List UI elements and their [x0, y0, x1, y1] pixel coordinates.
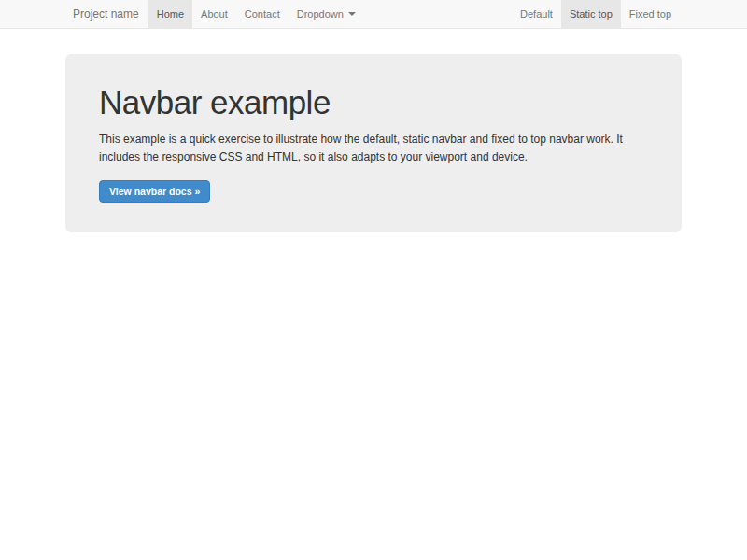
navbar: Project name Home About Contact Dropdown…: [0, 0, 747, 29]
navbar-left-nav: Home About Contact Dropdown: [148, 0, 364, 28]
nav-item-home-label: Home: [157, 8, 184, 20]
nav-item-static-top[interactable]: Static top: [561, 0, 621, 28]
nav-item-fixed-top-label: Fixed top: [629, 8, 671, 20]
navbar-right-nav: Default Static top Fixed top: [512, 0, 680, 28]
jumbotron-description: This example is a quick exercise to illu…: [99, 131, 648, 167]
view-navbar-docs-button[interactable]: View navbar docs »: [99, 180, 210, 203]
page-title: Navbar example: [99, 84, 648, 121]
nav-item-default-label: Default: [520, 8, 553, 20]
navbar-brand[interactable]: Project name: [73, 7, 139, 21]
nav-item-default[interactable]: Default: [512, 0, 561, 28]
caret-down-icon: [348, 12, 356, 16]
nav-item-contact[interactable]: Contact: [236, 0, 289, 28]
nav-item-home[interactable]: Home: [148, 0, 192, 28]
nav-item-dropdown[interactable]: Dropdown: [289, 0, 364, 28]
nav-item-about[interactable]: About: [192, 0, 236, 28]
navbar-inner: Project name Home About Contact Dropdown…: [0, 0, 747, 28]
nav-item-contact-label: Contact: [245, 8, 280, 20]
jumbotron: Navbar example This example is a quick e…: [65, 54, 682, 232]
nav-item-fixed-top[interactable]: Fixed top: [621, 0, 680, 28]
nav-item-about-label: About: [201, 8, 228, 20]
main-container: Navbar example This example is a quick e…: [65, 54, 682, 232]
nav-item-static-top-label: Static top: [570, 8, 613, 20]
nav-item-dropdown-label: Dropdown: [297, 8, 344, 20]
